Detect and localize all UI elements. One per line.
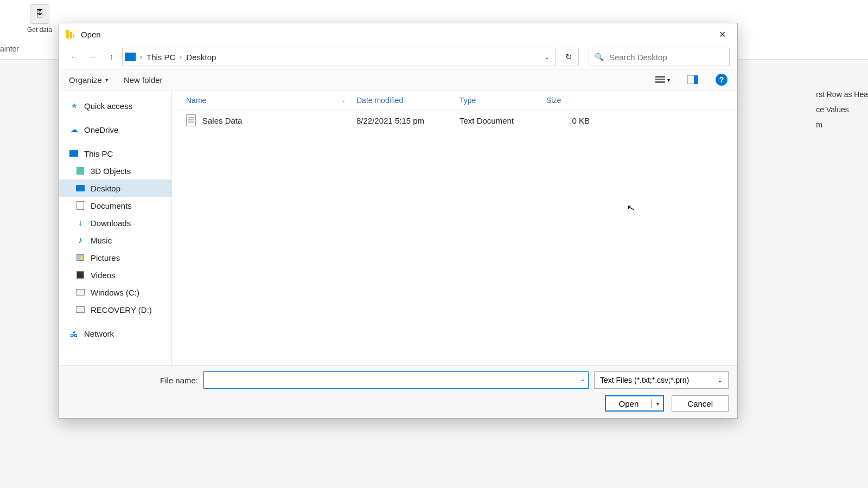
chevron-down-icon: ⌄: [718, 377, 723, 384]
organize-menu[interactable]: Organize ▾: [69, 75, 108, 85]
cube-icon: [75, 166, 85, 176]
search-icon: 🔍: [595, 53, 604, 61]
download-icon: ↓: [75, 218, 85, 228]
file-type: Text Document: [459, 116, 546, 125]
new-folder-button[interactable]: New folder: [124, 75, 163, 85]
file-size: 0 KB: [546, 116, 601, 125]
sidebar-downloads[interactable]: ↓ Downloads: [59, 214, 171, 232]
network-icon: 🖧: [69, 329, 79, 338]
cloud-icon: ☁: [69, 125, 79, 134]
sidebar-music[interactable]: ♪ Music: [59, 232, 171, 249]
address-dropdown[interactable]: ⌄: [540, 53, 553, 61]
file-type-filter[interactable]: Text Files (*.txt;*.csv;*.prn) ⌄: [594, 371, 729, 389]
svg-rect-2: [73, 34, 74, 38]
column-size[interactable]: Size: [546, 96, 601, 105]
background-right-text: rst Row as Hea ce Values m: [816, 87, 868, 132]
open-file-dialog: Open ✕ ← → ↑ › This PC › Desktop ⌄ ↻ 🔍 O…: [59, 23, 738, 419]
open-split-dropdown[interactable]: ▾: [652, 401, 663, 407]
svg-rect-7: [694, 75, 698, 84]
sidebar-drive-d[interactable]: RECOVERY (D:): [59, 301, 171, 318]
sidebar-3d-objects[interactable]: 3D Objects: [59, 162, 171, 179]
sidebar-this-pc[interactable]: This PC: [59, 145, 171, 162]
svg-rect-3: [655, 76, 665, 78]
file-date: 8/22/2021 5:15 pm: [356, 116, 459, 125]
monitor-icon: [69, 149, 79, 158]
preview-pane-button[interactable]: [685, 73, 700, 87]
filename-label: File name:: [68, 376, 198, 385]
database-icon: 🗄: [30, 4, 49, 24]
column-type[interactable]: Type: [459, 96, 546, 105]
svg-rect-0: [66, 30, 69, 38]
dialog-body: ★ Quick access ☁ OneDrive This PC 3D Obj…: [59, 91, 737, 365]
help-button[interactable]: ?: [716, 74, 727, 86]
chevron-right-icon: ›: [140, 53, 142, 61]
back-button[interactable]: ←: [67, 49, 82, 65]
text-file-icon: [186, 114, 196, 126]
chevron-down-icon: ▾: [105, 76, 108, 84]
column-date[interactable]: Date modified: [356, 96, 459, 105]
address-bar[interactable]: › This PC › Desktop ⌄: [122, 48, 556, 66]
drive-icon: [75, 305, 85, 314]
file-row[interactable]: Sales Data 8/22/2021 5:15 pm Text Docume…: [172, 110, 737, 131]
breadcrumb-this-pc[interactable]: This PC: [146, 53, 175, 62]
sidebar-drive-c[interactable]: Windows (C:): [59, 284, 171, 301]
app-icon: [65, 29, 75, 40]
search-box[interactable]: 🔍: [589, 48, 730, 66]
sidebar-documents[interactable]: Documents: [59, 197, 171, 214]
navigation-bar: ← → ↑ › This PC › Desktop ⌄ ↻ 🔍: [59, 45, 737, 69]
sidebar-videos[interactable]: Videos: [59, 266, 171, 284]
picture-icon: [75, 253, 85, 262]
close-icon: ✕: [719, 29, 726, 40]
forward-button[interactable]: →: [85, 49, 100, 65]
chevron-right-icon: ›: [180, 53, 182, 61]
chevron-down-icon: ▾: [667, 77, 670, 83]
sort-indicator-icon: ⌄: [341, 97, 346, 103]
svg-rect-1: [70, 32, 72, 38]
dialog-footer: File name: ⌄ Text Files (*.txt;*.csv;*.p…: [59, 365, 737, 418]
filename-input[interactable]: [203, 371, 589, 389]
star-icon: ★: [69, 101, 79, 111]
cancel-button[interactable]: Cancel: [672, 395, 729, 412]
document-icon: [75, 201, 85, 210]
open-button[interactable]: Open ▾: [605, 395, 665, 412]
sidebar-desktop[interactable]: Desktop: [59, 179, 171, 197]
filename-dropdown[interactable]: ⌄: [580, 375, 585, 383]
column-name[interactable]: Name ⌄: [172, 96, 356, 105]
up-button[interactable]: ↑: [104, 49, 119, 65]
pc-icon: [125, 53, 136, 61]
svg-rect-4: [655, 79, 665, 80]
file-rows: Sales Data 8/22/2021 5:15 pm Text Docume…: [172, 110, 737, 365]
ribbon-get-data-label: Get data: [27, 26, 52, 34]
music-icon: ♪: [75, 235, 85, 245]
folder-tree: ★ Quick access ☁ OneDrive This PC 3D Obj…: [59, 91, 172, 365]
titlebar: Open ✕: [59, 23, 737, 45]
column-headers: Name ⌄ Date modified Type Size: [172, 91, 737, 110]
file-name: Sales Data: [202, 116, 242, 125]
sidebar-quick-access[interactable]: ★ Quick access: [59, 97, 171, 114]
dialog-title: Open: [81, 30, 711, 39]
view-mode-button[interactable]: ▾: [655, 73, 670, 87]
close-button[interactable]: ✕: [711, 25, 733, 43]
sidebar-network[interactable]: 🖧 Network: [59, 325, 171, 342]
sidebar-pictures[interactable]: Pictures: [59, 249, 171, 266]
ribbon-get-data[interactable]: 🗄 Get data: [27, 4, 52, 55]
monitor-icon: [75, 183, 85, 193]
file-list-pane: Name ⌄ Date modified Type Size Sales Dat…: [172, 91, 737, 365]
sidebar-onedrive[interactable]: ☁ OneDrive: [59, 121, 171, 138]
drive-icon: [75, 287, 85, 297]
svg-rect-5: [655, 81, 665, 83]
video-icon: [75, 270, 85, 280]
refresh-button[interactable]: ↻: [559, 48, 579, 66]
search-input[interactable]: [609, 53, 724, 62]
breadcrumb-desktop[interactable]: Desktop: [186, 53, 216, 62]
painter-label-fragment: ainter: [0, 44, 19, 53]
toolbar: Organize ▾ New folder ▾ ?: [59, 69, 737, 91]
